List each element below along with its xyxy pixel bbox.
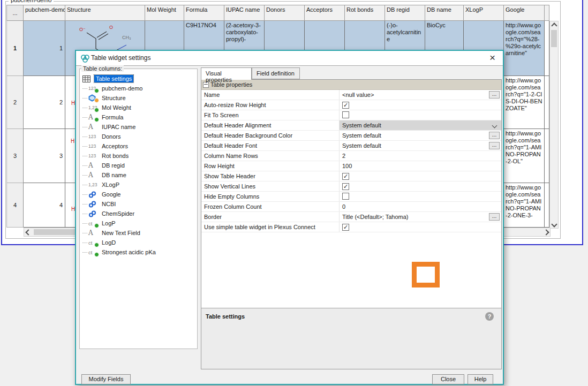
ellipsis-button[interactable]: ... (489, 91, 500, 99)
frozen-column-count-value[interactable]: 0 (340, 202, 501, 211)
show-vertical-lines-checkbox[interactable] (342, 183, 349, 190)
tree-item-ncbi[interactable]: NCBI (80, 199, 197, 209)
tree-item-structure[interactable]: Structure (80, 93, 197, 103)
chevron-up-icon (551, 22, 557, 28)
atom-o-minus: O⁻ (79, 27, 86, 32)
tree-item-table-settings[interactable]: Table settings (80, 74, 197, 84)
tree-item-iupac-name[interactable]: IUPAC name (80, 122, 197, 132)
close-button[interactable]: Close (432, 374, 464, 384)
col-header-iupac-name[interactable]: IUPAC name (224, 5, 265, 21)
row-header[interactable]: 3 (6, 129, 24, 183)
decimal-field-icon (88, 103, 100, 112)
scrollbar-thumb[interactable] (551, 30, 557, 47)
border-value[interactable]: Title (<Default>; Tahoma)... (340, 212, 501, 222)
column-name-rows-value[interactable]: 2 (340, 151, 501, 161)
col-header-filler (545, 5, 549, 21)
cell-google[interactable]: http://www.google.com/search?q="1-2-CIS-… (504, 76, 545, 129)
tree-guide (82, 214, 87, 214)
tree-item-db-name[interactable]: DB name (80, 170, 197, 180)
tree-item-rot-bonds[interactable]: Rot bonds (80, 151, 197, 161)
tree-item-logp[interactable]: LogP (80, 218, 197, 228)
default-header-font-value[interactable]: System default... (340, 141, 501, 150)
col-header-acceptors[interactable]: Acceptors (305, 5, 345, 21)
tree-item-pubchem-demo[interactable]: pubchem-demo (80, 84, 197, 93)
integer-field-icon (88, 152, 100, 160)
help-question-icon[interactable] (485, 312, 494, 321)
auto-resize-row-height-checkbox[interactable] (342, 102, 349, 109)
close-icon[interactable]: × (489, 52, 495, 64)
col-header-mol-weight[interactable]: Mol Weight (145, 5, 184, 21)
tree-item-logd[interactable]: LogD (80, 238, 197, 247)
col-header-pubchem-demo[interactable]: pubchem-demo (24, 5, 65, 21)
tree-item-db-regid[interactable]: DB regid (80, 161, 197, 170)
col-header-db-regid[interactable]: DB regid (385, 5, 425, 21)
scroll-up-button[interactable] (550, 21, 558, 29)
default-header-alignment-dropdown[interactable]: System default (340, 120, 501, 130)
scroll-left-button[interactable] (24, 228, 32, 236)
col-header-donors[interactable]: Donors (265, 5, 305, 21)
text-field-icon (88, 113, 100, 122)
property-row-show-vertical-lines: Show Vertical Lines (201, 181, 501, 192)
tab-visual-properties[interactable]: Visual properties (201, 67, 252, 80)
property-row-show-table-header: Show Table Header (201, 171, 501, 181)
cell-id[interactable]: 2 (24, 76, 65, 129)
ellipsis-button[interactable]: ... (489, 132, 500, 139)
name-value[interactable]: <null value>... (340, 90, 501, 100)
tree-item-acceptors[interactable]: Acceptors (80, 141, 197, 151)
show-table-header-checkbox[interactable] (342, 173, 349, 180)
tree-item-google[interactable]: Google (80, 190, 197, 199)
tree-item-chemspider[interactable]: ChemSpider (80, 209, 197, 218)
chemaxon-logo-icon (80, 54, 90, 63)
cell-id[interactable]: 3 (24, 129, 65, 183)
col-header-db-name[interactable]: DB name (425, 5, 464, 21)
default-header-background-color-value[interactable]: System default... (340, 131, 501, 140)
tree-guide (82, 117, 87, 118)
modify-fields-button[interactable]: Modify Fields (81, 374, 131, 384)
col-header-rot-bonds[interactable]: Rot bonds (345, 5, 385, 21)
help-button[interactable]: Help (468, 374, 493, 384)
scroll-down-button[interactable] (550, 220, 558, 228)
scroll-right-button[interactable] (542, 228, 550, 236)
category-table-properties[interactable]: Table properties (201, 80, 501, 90)
dialog-titlebar[interactable]: Table widget settings × (76, 51, 503, 66)
ellipsis-button[interactable]: ... (489, 213, 500, 221)
tree-guide (82, 243, 87, 243)
row-header[interactable]: 4 (6, 183, 24, 228)
row-height-value[interactable]: 100 (340, 161, 501, 171)
row-header[interactable]: 1 (6, 21, 24, 76)
col-header-formula[interactable]: Formula (184, 5, 224, 21)
col-header-xlogp[interactable]: XLogP (464, 5, 504, 21)
table-corner-button[interactable]: ... (6, 5, 24, 21)
tree-item-new-text-field[interactable]: New Text Field (80, 228, 197, 238)
hide-empty-columns-checkbox[interactable] (342, 193, 349, 200)
cell-google[interactable]: http://www.google.com/search?q="1-AMINO-… (504, 183, 545, 228)
vertical-scrollbar[interactable] (549, 21, 559, 229)
col-header-google[interactable]: Google (504, 5, 545, 21)
fit-to-screen-checkbox[interactable] (342, 111, 349, 118)
cell-filler (545, 21, 549, 76)
property-row-default-header-background-color: Default Header Background Color System d… (201, 131, 501, 141)
cell-google[interactable]: http://www.google.com/search?q="1-AMINO-… (504, 129, 545, 183)
property-row-hide-empty-columns: Hide Empty Columns (201, 192, 501, 202)
cell-google[interactable]: http://www.google.com/search?q="%28-%29o… (504, 21, 545, 76)
tree-item-donors[interactable]: Donors (80, 132, 197, 141)
col-header-structure[interactable]: Structure (65, 5, 145, 21)
use-simple-table-widget-checkbox[interactable] (342, 224, 349, 231)
ellipsis-button[interactable]: ... (489, 142, 500, 149)
chevron-down-icon (551, 221, 557, 227)
tree-item-strongest-acidic-pka[interactable]: Strongest acidic pKa (80, 247, 197, 257)
chevron-left-icon (25, 229, 31, 235)
row-header[interactable]: 2 (6, 76, 24, 129)
tree-guide (82, 185, 87, 185)
text-field-icon (88, 123, 100, 131)
chevron-right-icon (543, 229, 549, 235)
tree-item-xlogp[interactable]: XLogP (80, 180, 197, 190)
property-row-frozen-column-count: Frozen Column Count 0 (201, 202, 501, 212)
cell-id[interactable]: 4 (24, 183, 65, 228)
tree-item-formula[interactable]: Formula (80, 112, 197, 122)
tab-field-definition[interactable]: Field definition (252, 67, 300, 79)
property-row-default-header-alignment: Default Header Alignment System default (201, 120, 501, 131)
cell-id[interactable]: 1 (24, 21, 65, 76)
tree-item-mol-weight[interactable]: Mol Weight (80, 103, 197, 112)
property-row-row-height: Row Height 100 (201, 161, 501, 171)
